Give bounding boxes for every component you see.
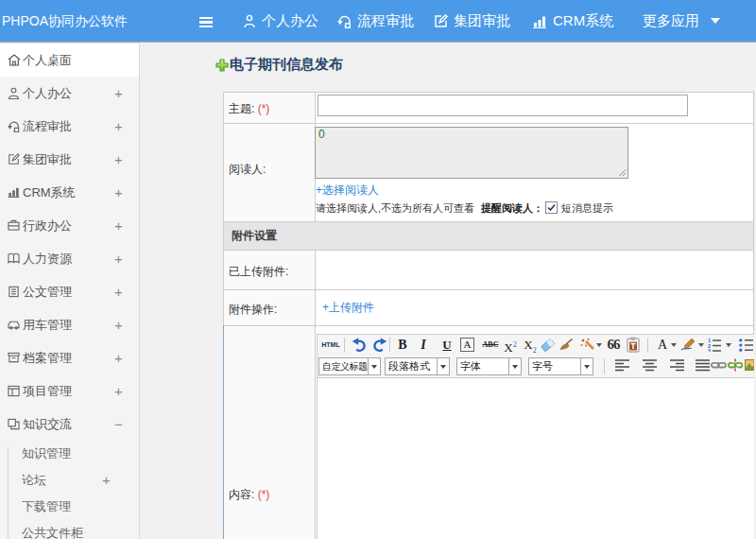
svg-text:3: 3 (708, 348, 711, 353)
